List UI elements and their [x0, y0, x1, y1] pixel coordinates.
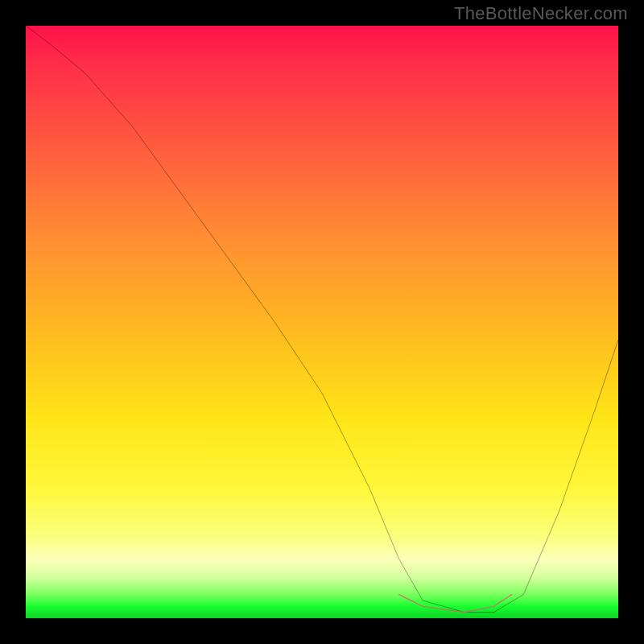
curve-layer [26, 26, 618, 618]
main-curve [26, 26, 618, 613]
attribution-text: TheBottleNecker.com [454, 3, 628, 24]
chart-area [26, 26, 618, 618]
